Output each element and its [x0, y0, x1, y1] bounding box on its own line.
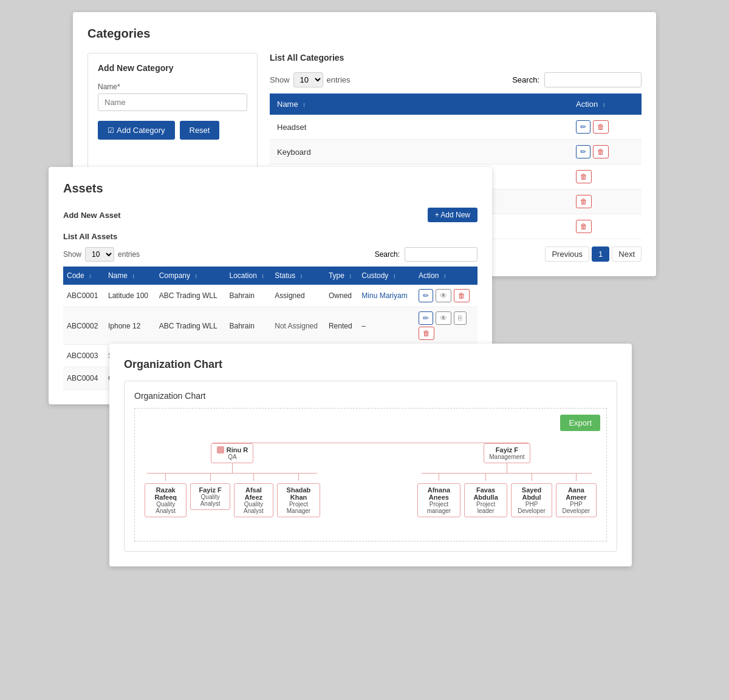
assets-title: Assets [63, 182, 477, 195]
asset-code: ABC0001 [63, 285, 104, 307]
assets-search-input[interactable] [405, 247, 477, 262]
org-node-role: QA [216, 454, 248, 460]
table-row: ABC0001 Latitude 100 ABC Trading WLL Bah… [63, 285, 477, 307]
custody-link[interactable]: Minu Mariyam [361, 291, 407, 300]
delete-button[interactable]: 🗑 [576, 195, 592, 208]
previous-page-button[interactable]: Previous [545, 246, 589, 262]
asset-company: ABC Trading WLL [156, 307, 226, 345]
asset-code: ABC0003 [63, 345, 104, 367]
name-input[interactable] [98, 93, 247, 111]
asset-location: Bahrain [226, 307, 272, 345]
add-category-button[interactable]: ☑ Add Category [98, 121, 175, 140]
delete-button[interactable]: 🗑 [419, 327, 434, 340]
asset-status: Assigned [271, 285, 325, 307]
col-action: Action ↕ [569, 93, 642, 115]
add-panel-title: Add New Category [98, 63, 247, 73]
asset-custody: – [358, 307, 415, 345]
edit-button[interactable]: ✏ [419, 311, 433, 325]
checkbox-icon: ☑ [108, 126, 114, 135]
org-group: Favas Abdulla Project leader [464, 474, 508, 517]
org-node-child: Favas Abdulla Project leader [464, 483, 508, 517]
col-name: Name ↕ [104, 267, 156, 285]
org-node-child: Fayiz F Quality Analyst [190, 483, 230, 510]
sort-icon[interactable]: ↕ [393, 273, 396, 279]
asset-company: ABC Trading WLL [156, 285, 226, 307]
org-node-child: Razak Rafeeq Quality Analyst [145, 483, 187, 517]
org-section-left: Rinu R QA Razak Rafeeq [145, 443, 320, 517]
sort-icon[interactable]: ↕ [349, 273, 352, 279]
search-label: Search: [512, 75, 539, 84]
org-node-rinu: Rinu R QA [211, 443, 253, 463]
action-cell: 🗑 [569, 189, 642, 214]
asset-status: Not Assigned [271, 307, 325, 345]
asset-location: Bahrain [226, 285, 272, 307]
next-page-button[interactable]: Next [612, 246, 642, 262]
assets-entries-select[interactable]: 10 25 50 [85, 247, 114, 262]
sort-icon-name[interactable]: ↕ [303, 101, 306, 108]
orgchart-inner: Organization Chart Export Rinu R QA [124, 381, 617, 552]
category-name-cell: Headset [270, 115, 569, 140]
table-row: Headset ✏ 🗑 [270, 115, 642, 140]
delete-button[interactable]: 🗑 [593, 120, 609, 134]
action-cell: 🗑 [569, 165, 642, 189]
col-custody: Custody ↕ [358, 267, 415, 285]
org-node-role: Management [489, 454, 524, 460]
delete-button[interactable]: 🗑 [454, 289, 470, 302]
org-group: Razak Rafeeq Quality Analyst [145, 474, 187, 517]
add-asset-title: Add New Asset [63, 211, 121, 220]
sort-icon[interactable]: ↕ [89, 273, 92, 279]
org-group: Shadab Khan Project Manager [277, 474, 320, 517]
org-node-name: Fayiz F [496, 446, 518, 454]
org-group: Aana Ameer PHP Developer [556, 474, 597, 517]
org-node-child: Afnana Anees Project manager [417, 483, 460, 517]
sort-icon[interactable]: ↕ [443, 273, 447, 279]
view-button[interactable]: 👁 [436, 311, 451, 325]
reset-button[interactable]: Reset [180, 121, 220, 140]
entries-label: entries [118, 250, 140, 259]
org-group: Fayiz F Quality Analyst [190, 474, 230, 517]
delete-button[interactable]: 🗑 [576, 220, 592, 233]
org-group: Afsal Afeez Quality Analyst [234, 474, 273, 517]
action-cell: 🗑 [569, 214, 642, 239]
org-node-fayiz: Fayiz F Management [484, 443, 530, 463]
list-panel-title: List All Categories [270, 53, 642, 63]
sort-icon[interactable]: ↕ [194, 273, 197, 279]
search-input[interactable] [544, 72, 642, 87]
entries-select[interactable]: 10 25 50 [293, 72, 323, 87]
delete-button[interactable]: 🗑 [576, 170, 592, 183]
sort-icon[interactable]: ↕ [132, 273, 135, 279]
add-new-asset-button[interactable]: + Add New [428, 208, 477, 222]
sort-icon[interactable]: ↕ [261, 273, 264, 279]
sort-icon-action[interactable]: ↕ [603, 101, 606, 108]
search-label: Search: [375, 250, 400, 259]
asset-custody: Minu Mariyam [358, 285, 415, 307]
action-cell: ✏ 🗑 [569, 115, 642, 140]
edit-button[interactable]: ✏ [576, 145, 590, 158]
col-action: Action ↕ [415, 267, 477, 285]
entries-label: entries [327, 75, 351, 84]
view-button[interactable]: 👁 [436, 289, 451, 302]
col-type: Type ↕ [325, 267, 358, 285]
orgchart-container: Export Rinu R QA [134, 408, 607, 542]
list-assets-label-plain: List All [63, 232, 89, 241]
edit-button[interactable]: ✏ [419, 289, 433, 302]
copy-button[interactable]: ⎘ [454, 311, 467, 325]
delete-button[interactable]: 🗑 [593, 145, 609, 158]
col-code: Code ↕ [63, 267, 104, 285]
asset-name: Latitude 100 [104, 285, 156, 307]
org-chart-area: Rinu R QA Razak Rafeeq [145, 418, 597, 517]
orgchart-card: Organization Chart Organization Chart Ex… [109, 344, 632, 566]
edit-button[interactable]: ✏ [576, 120, 590, 134]
col-location: Location ↕ [226, 267, 272, 285]
col-status: Status ↕ [271, 267, 325, 285]
sort-icon[interactable]: ↕ [300, 273, 303, 279]
org-node-child: Sayed Abdul PHP Developer [511, 483, 552, 517]
page-1-button[interactable]: 1 [592, 246, 609, 262]
org-section-right: Fayiz F Management Afnana Anees Pr [417, 443, 597, 517]
org-group: Sayed Abdul PHP Developer [511, 474, 552, 517]
list-assets-label-bold: Assets [91, 232, 117, 241]
orgchart-title: Organization Chart [124, 358, 617, 371]
asset-type: Owned [325, 285, 358, 307]
export-button[interactable]: Export [560, 415, 600, 431]
asset-code: ABC0004 [63, 367, 104, 390]
